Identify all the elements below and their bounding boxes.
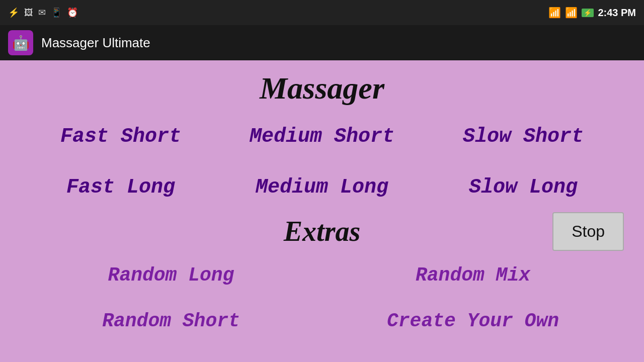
status-left-icons: ⚡ 🖼 ✉ 📱 ⏰ xyxy=(8,7,78,18)
phone-icon: 📱 xyxy=(51,7,62,18)
random-buttons-grid: Random Long Random Mix Random Short Crea… xyxy=(20,252,624,344)
medium-long-button[interactable]: Medium Long xyxy=(221,162,423,213)
medium-short-button[interactable]: Medium Short xyxy=(221,111,423,162)
usb-icon: ⚡ xyxy=(8,7,19,18)
random-long-button[interactable]: Random Long xyxy=(20,252,322,298)
app-icon: 🤖 xyxy=(8,30,33,55)
battery-icon: ⚡ xyxy=(582,9,594,17)
extras-title: Extras xyxy=(20,215,624,247)
fast-long-button[interactable]: Fast Long xyxy=(20,162,221,213)
stop-button[interactable]: Stop xyxy=(552,212,624,251)
clock-icon: ⏰ xyxy=(67,7,78,18)
app-title-bar: 🤖 Massager Ultimate xyxy=(0,25,644,60)
massager-title: Massager xyxy=(260,70,384,106)
slow-short-button[interactable]: Slow Short xyxy=(423,111,624,162)
slow-long-button[interactable]: Slow Long xyxy=(423,162,624,213)
app-title: Massager Ultimate xyxy=(41,35,150,51)
mode-buttons-grid: Fast Short Medium Short Slow Short Fast … xyxy=(20,111,624,213)
fast-short-button[interactable]: Fast Short xyxy=(20,111,221,162)
extras-row: Extras Stop xyxy=(20,215,624,247)
wifi-icon: 📶 xyxy=(548,7,561,19)
create-your-own-button[interactable]: Create Your Own xyxy=(322,298,624,344)
status-time: 2:43 PM xyxy=(598,7,636,19)
status-right-icons: 📶 📶 ⚡ 2:43 PM xyxy=(548,7,636,19)
random-short-button[interactable]: Random Short xyxy=(20,298,322,344)
signal-icon: 📶 xyxy=(565,7,578,19)
main-content: Massager Fast Short Medium Short Slow Sh… xyxy=(0,60,644,362)
random-mix-button[interactable]: Random Mix xyxy=(322,252,624,298)
status-bar: ⚡ 🖼 ✉ 📱 ⏰ 📶 📶 ⚡ 2:43 PM xyxy=(0,0,644,25)
image-icon: 🖼 xyxy=(24,8,33,18)
mail-icon: ✉ xyxy=(38,7,46,18)
